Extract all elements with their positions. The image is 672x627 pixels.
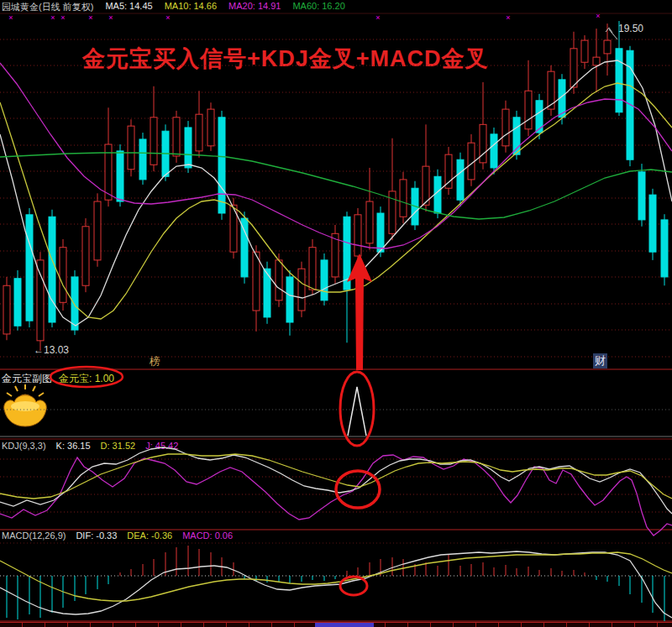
ma10-value: MA10: 14.66 [165,1,217,13]
gold-ingot-icon [2,381,49,433]
signal-annotation-text: 金元宝买入信号+KDJ金叉+MACD金叉 [82,44,489,74]
high-price-label: 19.50 [618,23,643,34]
ma20-value: MA20: 14.91 [228,1,281,13]
main-chart-header: 园城黄金(日线 前复权) MA5: 14.45 MA10: 14.66 MA20… [2,1,345,13]
kdj-header: KDJ(9,3,3) K: 36.15 D: 31.52 J: 45.42 [2,441,178,451]
svg-text:×: × [88,13,92,22]
kdj-title: KDJ(9,3,3) [2,441,46,451]
scrollbar-thumb[interactable] [315,623,374,627]
instrument-title: 园城黄金(日线 前复权) [2,1,93,13]
chart-window: 园城黄金(日线 前复权) MA5: 14.45 MA10: 14.66 MA20… [0,0,672,627]
svg-text:×: × [506,13,510,22]
low-price-label: ←13.03 [34,344,69,356]
kdj-j-value: J: 45.42 [145,441,178,451]
ma5-value: MA5: 14.45 [105,1,152,13]
svg-text:×: × [165,13,170,22]
svg-text:×: × [108,13,113,22]
kdj-k-value: K: 36.15 [56,441,91,451]
kdj-d-value: D: 31.52 [101,441,136,451]
svg-text:×: × [375,13,380,22]
macd-header: MACD(12,26,9) DIF: -0.33 DEA: -0.36 MACD… [2,530,233,541]
watermark-right: 财 [593,353,607,368]
watermark-left: 榜 [150,354,160,369]
svg-text:×: × [50,13,55,22]
subchart-value: 金元宝: 1.00 [59,372,114,386]
macd-dif-value: DIF: -0.33 [76,530,117,541]
macd-dea-value: DEA: -0.36 [127,530,172,541]
macd-macd-value: MACD: 0.06 [182,530,233,541]
svg-text:×: × [596,12,600,20]
timeline-scrollbar[interactable] [0,622,672,627]
svg-text:×: × [60,13,65,22]
ma60-value: MA60: 16.20 [292,1,344,13]
macd-title: MACD(12,26,9) [2,530,66,541]
svg-text:×: × [8,13,13,22]
